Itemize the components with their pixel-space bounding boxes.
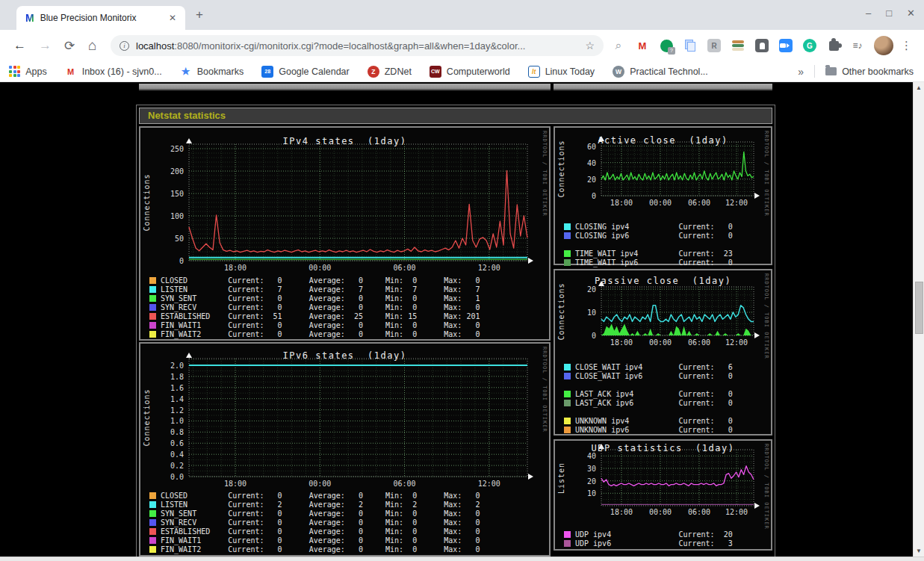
legend-row: LAST_ACK ipv6 Current: 0: [564, 399, 733, 407]
bookmark-star-icon[interactable]: ☆: [585, 40, 595, 52]
chart-title: IPv6 states (1day): [283, 350, 407, 361]
y-tick-label: 20: [555, 176, 596, 184]
y-tick-label: 60: [555, 143, 596, 151]
search-extension-icon[interactable]: ⌕: [611, 38, 626, 53]
legend-swatch: [564, 373, 571, 379]
reload-icon[interactable]: ⟳: [64, 38, 75, 54]
chart-ipv4-states: IPv4 states (1day)ConnectionsRRDTOOL / T…: [139, 126, 551, 341]
forward-icon[interactable]: →: [39, 38, 52, 53]
folder-icon: [825, 67, 837, 75]
legend-row: UDP ipv6 Current: 3: [564, 539, 733, 548]
x-tick-label: 12:00: [478, 480, 500, 488]
legend-row: UNKNOWN ipv4 Current: 0: [564, 417, 733, 425]
x-tick-label: 00:00: [308, 264, 331, 272]
y-tick-label: 0.2: [140, 462, 184, 470]
browser-menu-icon[interactable]: ⋮: [901, 39, 912, 52]
legend-row: CLOSED Current: 0 Average: 0 Min: 0 Max:…: [149, 276, 480, 285]
legend-text: FIN_WAIT2 Current: 0 Average: 0 Min: 0 M…: [161, 330, 480, 338]
legend-swatch: [564, 250, 571, 257]
y-tick-label: 100: [140, 212, 184, 220]
legend-text: TIME_WAIT ipv6 Current: 0: [575, 258, 733, 267]
window-bottom-edge: [0, 557, 924, 561]
lamp-extension-icon[interactable]: [754, 38, 769, 53]
bookmark-zdnet[interactable]: Z ZDNet: [368, 66, 412, 78]
close-button[interactable]: ✕: [907, 7, 915, 19]
legend-text: UNKNOWN ipv6 Current: 0: [575, 426, 733, 434]
bookmark-inbox[interactable]: M Inbox (16) - sjvn0...: [65, 66, 162, 78]
books-extension-icon[interactable]: [731, 38, 745, 53]
y-tick-label: 10: [555, 489, 596, 498]
legend-row: FIN_WAIT1 Current: 0 Average: 0 Min: 0 M…: [149, 321, 480, 329]
url-text[interactable]: localhost:8080/monitorix-cgi/monitorix.c…: [136, 40, 525, 52]
legend-row: SYN_RECV Current: 0 Average: 0 Min: 0 Ma…: [149, 518, 480, 527]
bookmark-linux-today[interactable]: lt Linux Today: [528, 66, 595, 78]
home-icon[interactable]: ⌂: [88, 37, 96, 54]
hangouts-extension-icon[interactable]: ?: [659, 38, 674, 53]
browser-toolbar: ← → ⟳ ⌂ i localhost:8080/monitorix-cgi/m…: [0, 30, 924, 61]
other-bookmarks[interactable]: Other bookmarks: [825, 66, 914, 77]
browser-tab[interactable]: M Blue Precision Monitorix ✕: [16, 6, 185, 30]
scrollbar-up-icon[interactable]: ▲: [914, 84, 924, 91]
legend-row: FIN_WAIT1 Current: 0 Average: 0 Min: 0 M…: [149, 536, 480, 545]
bookmarks-overflow-chevron[interactable]: »: [798, 66, 804, 78]
y-tick-label: 0: [555, 332, 596, 340]
y-tick-label: 1.8: [140, 373, 184, 381]
y-tick-label: 1.6: [140, 384, 184, 392]
y-tick-label: 0: [555, 192, 596, 200]
legend-text: TIME_WAIT ipv4 Current: 23: [575, 249, 733, 258]
address-bar[interactable]: i localhost:8080/monitorix-cgi/monitorix…: [111, 35, 604, 56]
vertical-scrollbar[interactable]: ▲ ▼: [913, 82, 924, 557]
browser-window: M Blue Precision Monitorix ✕ + – □ ✕ ← →…: [0, 0, 924, 561]
gmail-extension-icon[interactable]: M: [635, 38, 650, 53]
maximize-button[interactable]: □: [886, 7, 892, 19]
legend-row: LISTEN Current: 7 Average: 7 Min: 7 Max:…: [149, 285, 480, 294]
profile-avatar[interactable]: [874, 36, 893, 55]
chart-canvas: [555, 270, 771, 434]
legend-text: CLOSED Current: 0 Average: 0 Min: 0 Max:…: [161, 492, 480, 500]
scrollbar-thumb[interactable]: [915, 282, 923, 334]
bookmark-bookmarks[interactable]: ★ Bookmarks: [180, 66, 244, 78]
back-icon[interactable]: ←: [13, 38, 26, 53]
legend-swatch: [149, 313, 156, 320]
legend-text: FIN_WAIT1 Current: 0 Average: 0 Min: 0 M…: [161, 536, 480, 545]
new-tab-button[interactable]: +: [196, 7, 203, 22]
copy-pages-extension-icon[interactable]: [683, 38, 698, 53]
y-tick-label: 10: [555, 309, 596, 317]
r-extension-icon[interactable]: R: [707, 38, 722, 53]
bookmark-computerworld[interactable]: CW Computerworld: [430, 66, 510, 78]
scrollbar-down-icon[interactable]: ▼: [914, 548, 924, 554]
legend-text: ESTABLISHED Current: 0 Average: 0 Min: 0…: [161, 527, 480, 536]
tab-title: Blue Precision Monitorix: [40, 13, 166, 23]
page-info-icon[interactable]: i: [120, 41, 129, 51]
y-tick-label: 20: [555, 477, 596, 486]
rrdtool-watermark: RRDTOOL / TOBI OETIKER: [763, 131, 769, 217]
legend-row: UNKNOWN ipv6 Current: 0: [564, 426, 733, 434]
y-tick-label: 30: [555, 465, 596, 473]
bookmark-google-calendar[interactable]: 28 Google Calendar: [261, 66, 350, 78]
x-tick-label: 00:00: [649, 338, 672, 347]
zoom-extension-icon[interactable]: [778, 38, 793, 53]
rrdtool-watermark: RRDTOOL / TOBI OETIKER: [542, 347, 548, 433]
page-viewport: Netstat statistics IPv4 states (1day)Con…: [0, 82, 924, 561]
y-tick-label: 0.8: [140, 428, 184, 436]
legend-swatch: [149, 528, 156, 535]
grammarly-extension-icon[interactable]: G: [802, 38, 817, 53]
legend-row: FIN_WAIT2 Current: 0 Average: 0 Min: 0 M…: [149, 545, 480, 554]
bookmark-practical-technology[interactable]: W Practical Technol...: [613, 66, 708, 78]
bookmark-apps[interactable]: Apps: [9, 66, 47, 77]
x-tick-label: 12:00: [725, 508, 748, 516]
legend-text: FIN_WAIT2 Current: 0 Average: 0 Min: 0 M…: [161, 545, 480, 554]
wordpress-icon: W: [613, 66, 624, 78]
legend-row: CLOSING ipv6 Current: 0: [564, 232, 733, 240]
computerworld-icon: CW: [430, 66, 441, 78]
extension-icons: ⌕ M ? R G ≡♪: [611, 36, 893, 55]
minimize-button[interactable]: –: [866, 7, 871, 19]
y-tick-label: 0.4: [140, 450, 184, 459]
legend-swatch: [564, 400, 571, 406]
x-tick-label: 00:00: [649, 508, 672, 516]
tab-close-icon[interactable]: ✕: [166, 11, 179, 25]
legend-swatch: [149, 286, 156, 293]
extensions-puzzle-icon[interactable]: [826, 38, 841, 53]
music-queue-icon[interactable]: ≡♪: [850, 38, 865, 53]
legend-text: CLOSING ipv4 Current: 0: [575, 223, 733, 231]
